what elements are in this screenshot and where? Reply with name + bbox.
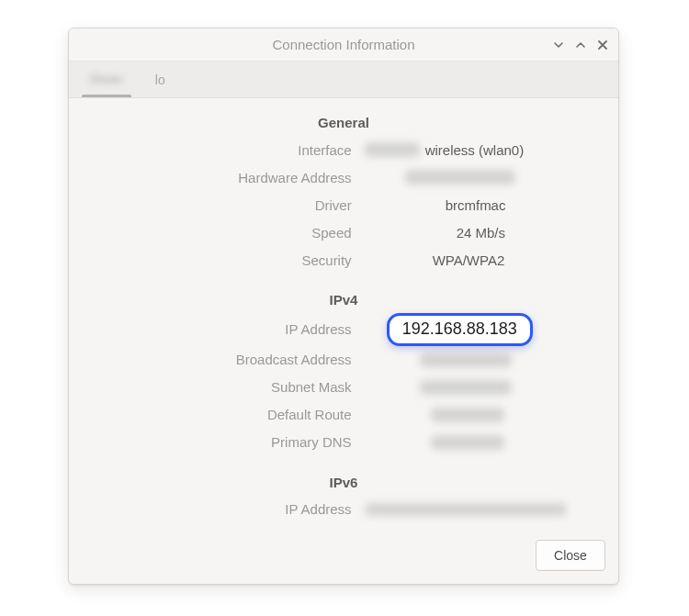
value-ipv4-ip: 192.168.88.183: [365, 313, 604, 346]
label-interface: Interface: [84, 142, 365, 158]
row-ipv4-ip: IP Address 192.168.88.183: [69, 313, 618, 346]
value-driver: brcmfmac: [365, 194, 604, 216]
security-text: WPA/WPA2: [433, 252, 505, 268]
button-bar: Close: [69, 531, 618, 584]
row-ipv4-route: Default Route: [69, 401, 618, 429]
label-ipv4-broadcast: Broadcast Address: [84, 352, 365, 367]
minimize-icon[interactable]: [552, 39, 565, 51]
row-ipv6-ip: IP Address: [69, 496, 618, 523]
label-ipv4-subnet: Subnet Mask: [84, 379, 365, 395]
value-ipv6-ip: [365, 498, 604, 521]
value-ipv4-broadcast: [365, 349, 604, 371]
section-title-general: General: [69, 107, 618, 136]
row-ipv4-dns: Primary DNS: [69, 429, 618, 456]
value-security: WPA/WPA2: [365, 249, 604, 271]
speed-text: 24 Mb/s: [457, 225, 505, 241]
label-ipv4-dns: Primary DNS: [84, 434, 365, 450]
redacted-value: [431, 435, 504, 450]
label-ipv6-ip: IP Address: [84, 501, 365, 517]
redacted-value: [420, 380, 512, 395]
label-speed: Speed: [84, 225, 365, 241]
section-title-ipv6: IPv6: [69, 456, 618, 496]
label-ipv4-ip: IP Address: [84, 321, 365, 337]
row-ipv4-subnet: Subnet Mask: [69, 374, 618, 401]
maximize-icon[interactable]: [574, 39, 587, 51]
value-speed: 24 Mb/s: [365, 221, 604, 243]
tab-label: lo: [155, 73, 165, 87]
window-controls: [552, 28, 609, 62]
redacted-value: [405, 170, 515, 185]
close-icon[interactable]: [596, 39, 609, 51]
value-interface: wireless (wlan0): [365, 139, 604, 161]
tabs: P••••• lo: [69, 62, 618, 98]
tab-connection-active[interactable]: P•••••: [74, 62, 139, 97]
value-hardware-address: [365, 166, 604, 188]
tab-label: P•••••: [91, 73, 122, 87]
window-title: Connection Information: [272, 37, 414, 52]
interface-text: wireless (wlan0): [425, 142, 525, 158]
label-driver: Driver: [84, 197, 365, 213]
value-ipv4-subnet: [365, 376, 604, 398]
titlebar: Connection Information: [69, 28, 618, 62]
driver-text: brcmfmac: [446, 197, 506, 213]
value-ipv4-dns: [365, 431, 604, 454]
redacted-value: [431, 408, 504, 422]
connection-info-window: Connection Information P••••• lo General…: [68, 28, 619, 585]
label-hardware-address: Hardware Address: [84, 170, 365, 185]
close-button[interactable]: Close: [536, 540, 605, 571]
label-security: Security: [84, 252, 365, 268]
tab-lo[interactable]: lo: [139, 62, 182, 97]
value-ipv4-route: [365, 404, 604, 426]
row-ipv4-broadcast: Broadcast Address: [69, 346, 618, 374]
row-security: Security WPA/WPA2: [69, 246, 618, 274]
label-ipv4-route: Default Route: [84, 407, 365, 422]
section-title-ipv4: IPv4: [69, 274, 618, 313]
redacted-value: [420, 353, 512, 367]
ipv4-ip-highlight: 192.168.88.183: [387, 313, 533, 346]
row-speed: Speed 24 Mb/s: [69, 218, 618, 246]
redacted-value: [365, 503, 567, 516]
redacted-prefix: [365, 142, 420, 157]
row-hardware-address: Hardware Address: [69, 163, 618, 191]
row-interface: Interface wireless (wlan0): [69, 136, 618, 163]
content: General Interface wireless (wlan0) Hardw…: [69, 98, 618, 531]
row-driver: Driver brcmfmac: [69, 191, 618, 218]
